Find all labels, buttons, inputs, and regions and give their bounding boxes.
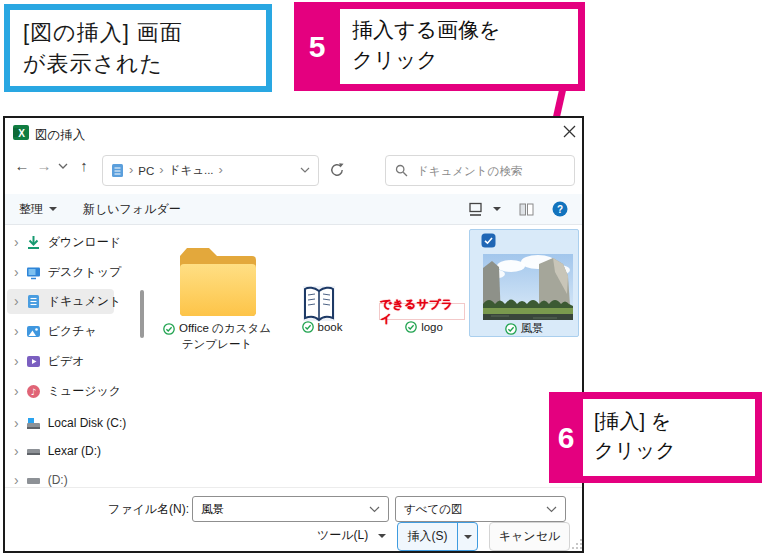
cancel-label: キャンセル — [499, 528, 560, 545]
organize-dropdown-icon — [49, 207, 57, 211]
breadcrumb[interactable]: › PC › ドキュ... › — [102, 155, 319, 186]
file-item-logo-thumbnail[interactable]: できるサプライ — [379, 303, 465, 320]
expand-chevron-icon[interactable]: › — [14, 446, 19, 456]
screenshot-stage: X 図の挿入 ← → ↑ › PC › ドキュ... › — [0, 0, 783, 556]
folder-location-icon — [111, 163, 124, 178]
breadcrumb-separator: › — [124, 162, 138, 179]
checkmark-circle-icon — [163, 323, 175, 335]
organize-button[interactable]: 整理 — [19, 201, 57, 218]
step5-line1: 挿入する画像を — [352, 15, 578, 45]
tools-dropdown-icon — [378, 534, 386, 538]
sidebar-item-downloads[interactable]: › ダウンロード — [7, 230, 143, 254]
tools-button[interactable]: ツール(L) — [317, 527, 386, 544]
help-icon[interactable]: ? — [552, 201, 568, 217]
resize-grip[interactable] — [571, 538, 583, 550]
sidebar-item-pictures[interactable]: › ピクチャ — [7, 319, 143, 343]
file-item-landscape-label[interactable]: 風景 — [483, 321, 565, 336]
selection-checkbox[interactable] — [481, 233, 496, 248]
file-item-book-icon[interactable] — [301, 284, 337, 324]
breadcrumb-separator: › — [214, 162, 228, 179]
filetype-dropdown-chevron-icon — [546, 506, 557, 513]
sidebar-item-label: Local Disk (C:) — [48, 416, 127, 430]
expand-chevron-icon[interactable]: › — [14, 296, 19, 306]
step5-line2: クリック — [352, 45, 578, 75]
filename-field[interactable] — [192, 496, 389, 522]
document-icon — [26, 294, 41, 309]
up-button[interactable]: ↑ — [75, 156, 93, 174]
sidebar-scrollbar[interactable] — [140, 290, 144, 338]
note-callout: [図の挿入] 画面 が表示された — [4, 4, 272, 92]
file-item-office-templates-label[interactable]: Office のカスタム — [155, 321, 279, 336]
sidebar-item-label: ミュージック — [48, 383, 121, 400]
search-box[interactable] — [385, 155, 575, 186]
step6-text: [挿入] を クリック — [583, 399, 755, 476]
sidebar-item-local-disk-c[interactable]: › Local Disk (C:) — [7, 411, 143, 435]
svg-text:?: ? — [557, 204, 563, 215]
sidebar-item-videos[interactable]: › ビデオ — [7, 349, 143, 373]
file-item-book-label[interactable]: book — [277, 321, 367, 333]
expand-chevron-icon[interactable]: › — [14, 267, 19, 277]
forward-button[interactable]: → — [35, 156, 53, 174]
filename-input[interactable] — [201, 503, 369, 515]
step6-line2: クリック — [594, 436, 755, 465]
note-line1: [図の挿入] 画面 — [23, 17, 266, 48]
download-icon — [26, 235, 41, 250]
expand-chevron-icon[interactable]: › — [14, 386, 19, 396]
preview-pane-icon[interactable] — [519, 202, 534, 217]
step5-number: 5 — [294, 2, 340, 91]
sidebar-item-documents[interactable]: › ドキュメント — [7, 289, 143, 313]
note-line2: が表示された — [23, 48, 266, 79]
svg-text:♪: ♪ — [30, 387, 36, 397]
landscape-photo-thumbnail[interactable] — [483, 254, 573, 320]
insert-picture-dialog: X 図の挿入 ← → ↑ › PC › ドキュ... › — [3, 116, 584, 553]
filename-label: ファイル名(N): — [63, 501, 189, 518]
tools-label: ツール(L) — [317, 527, 368, 544]
step5-text: 挿入する画像を クリック — [340, 9, 578, 84]
new-folder-button[interactable]: 新しいフォルダー — [83, 201, 181, 218]
insert-button[interactable]: 挿入(S) — [397, 522, 478, 551]
breadcrumb-dropdown-chevron-icon[interactable] — [300, 167, 310, 174]
view-mode-dropdown-icon[interactable] — [493, 207, 501, 211]
local-disk-icon — [26, 416, 41, 431]
expand-chevron-icon[interactable]: › — [14, 418, 19, 428]
insert-dropdown-button[interactable] — [458, 535, 477, 539]
view-mode-icon[interactable] — [468, 202, 483, 217]
expand-chevron-icon[interactable]: › — [14, 237, 19, 247]
expand-chevron-icon[interactable]: › — [14, 356, 19, 366]
command-bar: 整理 新しいフォルダー ? — [5, 194, 582, 225]
organize-label: 整理 — [19, 201, 43, 218]
back-button[interactable]: ← — [13, 156, 31, 174]
expand-chevron-icon[interactable]: › — [14, 326, 19, 336]
sidebar-item-music[interactable]: › ♪ ミュージック — [7, 379, 143, 403]
sidebar-item-lexar-d[interactable]: › Lexar (D:) — [7, 439, 143, 463]
file-item-office-templates-folder-icon[interactable] — [174, 242, 258, 322]
music-icon: ♪ — [26, 384, 41, 399]
search-input[interactable] — [415, 164, 573, 178]
dialog-title: 図の挿入 — [35, 127, 85, 144]
sidebar-item-label: ドキュメント — [48, 293, 122, 310]
file-name: logo — [421, 321, 443, 333]
insert-label: 挿入(S) — [398, 528, 457, 545]
step6-number: 6 — [549, 392, 583, 483]
filename-dropdown-chevron-icon[interactable] — [369, 506, 380, 513]
cancel-button[interactable]: キャンセル — [489, 522, 570, 551]
file-item-office-templates-label-line2: テンプレート — [155, 337, 279, 352]
recent-locations-chevron-icon[interactable] — [58, 163, 68, 170]
sidebar-item-clipped-drive[interactable]: › (D:) — [7, 468, 143, 487]
sidebar-item-label: ピクチャ — [48, 323, 97, 340]
sidebar-item-desktop[interactable]: › デスクトップ — [7, 260, 143, 284]
breadcrumb-item-documents[interactable]: ドキュ... — [169, 163, 214, 178]
videos-icon — [26, 354, 41, 369]
filetype-select[interactable]: すべての図 — [395, 496, 566, 522]
new-folder-label: 新しいフォルダー — [83, 201, 181, 218]
sidebar-item-label: ビデオ — [48, 353, 85, 370]
file-item-logo-label[interactable]: logo — [381, 321, 467, 333]
breadcrumb-separator: › — [154, 162, 168, 179]
refresh-icon[interactable] — [329, 162, 345, 178]
drive-icon — [26, 444, 41, 459]
excel-icon: X — [13, 125, 29, 140]
file-name: 風景 — [521, 321, 544, 336]
close-icon[interactable] — [563, 125, 576, 138]
expand-chevron-icon[interactable]: › — [14, 475, 19, 485]
breadcrumb-item-pc[interactable]: PC — [138, 165, 154, 177]
